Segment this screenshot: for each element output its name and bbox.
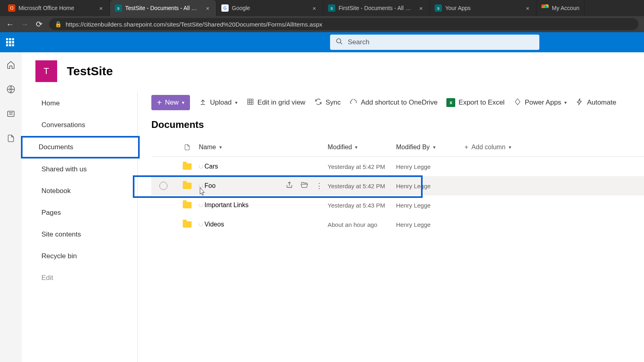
close-icon[interactable]: ×: [311, 5, 318, 12]
google-icon: G: [221, 4, 229, 12]
modified-by-value: Henry Legge: [396, 183, 464, 189]
name-column-header[interactable]: Name ▾: [199, 144, 328, 151]
nav-item-recycle-bin[interactable]: Recycle bin: [23, 245, 137, 267]
reload-icon[interactable]: ⟳: [35, 19, 43, 29]
globe-icon[interactable]: [6, 85, 15, 96]
automate-label: Automate: [587, 99, 616, 107]
new-button-label: New: [165, 99, 179, 107]
onedrive-icon: [349, 99, 357, 107]
browser-tab[interactable]: s FirstSite - Documents - All Docum ×: [323, 0, 430, 16]
loading-spinner-icon: [199, 165, 203, 169]
site-title[interactable]: TestSite: [67, 64, 113, 78]
table-row[interactable]: Foo ⋮ Yesterday at 5:42 PM Henry Legge: [151, 176, 644, 195]
home-icon[interactable]: [6, 60, 15, 71]
tab-title: FirstSite - Documents - All Docum: [339, 5, 414, 11]
power-apps-button[interactable]: Power Apps ▾: [514, 98, 567, 107]
browser-tab[interactable]: O Microsoft Office Home ×: [3, 0, 110, 16]
loading-spinner-icon: [199, 203, 203, 207]
upload-button[interactable]: Upload ▾: [199, 98, 237, 107]
nav-item-pages[interactable]: Pages: [23, 202, 137, 224]
sync-icon: [314, 98, 322, 107]
add-column-button[interactable]: + Add column ▾: [464, 144, 553, 151]
folder-icon: [183, 221, 192, 228]
table-row[interactable]: Important Links Yesterday at 5:43 PM Hen…: [151, 195, 644, 215]
grid-icon: [246, 98, 254, 107]
quick-launch-nav: Home Conversations Documents Shared with…: [35, 92, 138, 362]
item-name[interactable]: Cars: [204, 163, 218, 170]
edit-grid-button[interactable]: Edit in grid view: [246, 98, 305, 107]
close-icon[interactable]: ×: [524, 5, 531, 12]
more-actions-icon[interactable]: ⋮: [316, 181, 324, 191]
table-row[interactable]: Videos About an hour ago Henry Legge: [151, 215, 644, 234]
nav-item-documents[interactable]: Documents: [21, 136, 140, 158]
new-button[interactable]: + New ▾: [151, 95, 190, 110]
select-circle[interactable]: [159, 182, 167, 190]
browser-tab[interactable]: s TestSite - Documents - All Docum ×: [110, 0, 217, 16]
name-header-label: Name: [199, 144, 216, 151]
folder-icon: [183, 163, 192, 170]
item-name[interactable]: Videos: [204, 221, 224, 228]
modified-header-label: Modified: [328, 144, 352, 151]
command-bar: + New ▾ Upload ▾: [151, 92, 644, 117]
table-row[interactable]: Cars Yesterday at 5:42 PM Henry Legge: [151, 157, 644, 176]
item-name[interactable]: Foo: [204, 182, 216, 189]
browser-tab[interactable]: s Your Apps ×: [430, 0, 537, 16]
nav-item-shared-with-us[interactable]: Shared with us: [23, 158, 137, 180]
chevron-down-icon: ▾: [564, 100, 567, 105]
modified-value: Yesterday at 5:42 PM: [328, 163, 396, 170]
modified-by-value: Henry Legge: [396, 221, 464, 228]
global-nav-rail: [0, 52, 22, 362]
excel-label: Export to Excel: [458, 99, 504, 107]
suite-bar: Search: [0, 32, 644, 52]
loading-spinner-icon: [199, 222, 203, 226]
document-library: + New ▾ Upload ▾: [138, 92, 644, 362]
news-icon[interactable]: [6, 109, 15, 120]
waffle-icon: [6, 38, 14, 46]
close-icon[interactable]: ×: [204, 5, 211, 12]
sharepoint-icon: s: [435, 4, 442, 12]
tab-title: Microsoft Office Home: [19, 5, 94, 11]
modified-column-header[interactable]: Modified ▾: [328, 144, 396, 151]
modified-by-value: Henry Legge: [396, 202, 464, 209]
nav-item-site-contents[interactable]: Site contents: [23, 224, 137, 245]
excel-icon: x: [446, 98, 455, 107]
modified-by-value: Henry Legge: [396, 163, 464, 170]
tab-title: TestSite - Documents - All Docum: [125, 5, 201, 11]
sync-button[interactable]: Sync: [314, 98, 341, 107]
chevron-down-icon: ▾: [509, 144, 511, 150]
office-icon: O: [8, 4, 15, 12]
search-input[interactable]: Search: [330, 35, 539, 50]
app-launcher-button[interactable]: [0, 32, 20, 52]
sharepoint-icon: s: [115, 4, 122, 12]
export-excel-button[interactable]: x Export to Excel: [446, 98, 504, 107]
back-icon[interactable]: ←: [6, 20, 14, 29]
file-type-column-header[interactable]: [175, 143, 199, 151]
browser-tab[interactable]: My Accoun: [537, 0, 584, 16]
modified-by-column-header[interactable]: Modified By ▾: [396, 144, 464, 151]
tab-title: Google: [232, 5, 308, 11]
nav-item-notebook[interactable]: Notebook: [23, 180, 137, 202]
share-icon[interactable]: [286, 181, 293, 191]
automate-button[interactable]: Automate: [576, 98, 616, 107]
nav-edit-link[interactable]: Edit: [23, 267, 137, 289]
modified-value: About an hour ago: [328, 221, 396, 228]
powerapps-label: Power Apps: [525, 99, 561, 107]
forward-icon[interactable]: →: [20, 20, 29, 29]
nav-item-conversations[interactable]: Conversations: [23, 114, 137, 136]
site-logo[interactable]: T: [35, 60, 57, 82]
close-icon[interactable]: ×: [417, 5, 425, 12]
browser-tab[interactable]: G Google ×: [217, 0, 323, 16]
chevron-down-icon: ▾: [235, 100, 237, 105]
close-icon[interactable]: ×: [97, 5, 105, 12]
browser-toolbar: ← → ⟳ 🔒 https://citizenbuilders.sharepoi…: [0, 16, 644, 32]
add-shortcut-onedrive-button[interactable]: Add shortcut to OneDrive: [349, 99, 438, 107]
chevron-down-icon: ▾: [182, 100, 184, 105]
site-logo-initial: T: [43, 66, 49, 76]
tab-title: Your Apps: [445, 5, 521, 11]
item-name[interactable]: Important Links: [204, 202, 248, 209]
nav-item-home[interactable]: Home: [23, 93, 137, 114]
address-bar[interactable]: 🔒 https://citizenbuilders.sharepoint.com…: [49, 18, 638, 30]
url-text: https://citizenbuilders.sharepoint.com/s…: [66, 21, 322, 28]
open-folder-icon[interactable]: [300, 181, 308, 191]
files-icon[interactable]: [7, 134, 15, 145]
